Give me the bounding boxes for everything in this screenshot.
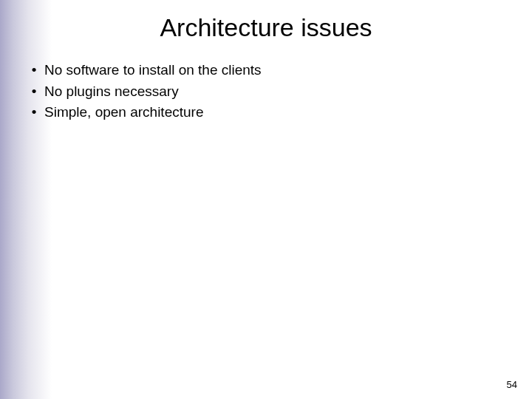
bullet-icon: • bbox=[27, 82, 41, 102]
list-item: •No software to install on the clients bbox=[27, 61, 262, 81]
bullet-list: •No software to install on the clients •… bbox=[27, 61, 262, 124]
bullet-text: No plugins necessary bbox=[44, 83, 179, 99]
list-item: •No plugins necessary bbox=[27, 82, 262, 102]
bullet-text: Simple, open architecture bbox=[44, 104, 203, 120]
bullet-text: No software to install on the clients bbox=[44, 62, 262, 78]
list-item: •Simple, open architecture bbox=[27, 103, 262, 123]
bullet-icon: • bbox=[27, 61, 41, 81]
slide-title: Architecture issues bbox=[0, 13, 532, 42]
bullet-icon: • bbox=[27, 103, 41, 123]
page-number: 54 bbox=[507, 379, 517, 390]
slide-content: Architecture issues •No software to inst… bbox=[0, 0, 532, 399]
